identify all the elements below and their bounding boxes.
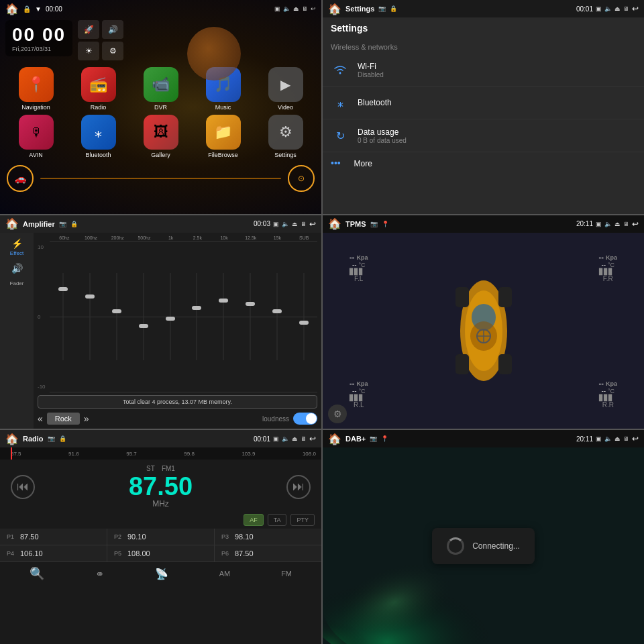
freq-bar: 87.5 91.6 95.7 99.8 103.9 108.0 bbox=[0, 447, 321, 460]
eq-band-6[interactable] bbox=[210, 273, 237, 360]
settings-back-icon[interactable]: ↩ bbox=[632, 4, 639, 13]
file-label: FileBrowse bbox=[208, 152, 238, 158]
dab-connecting-dialog: Connecting... bbox=[432, 528, 535, 564]
dab-back-icon[interactable]: ↩ bbox=[632, 434, 639, 443]
radio-options: AF TA PTY bbox=[0, 514, 321, 529]
next-station-btn[interactable]: ⏭ bbox=[286, 475, 311, 499]
panel-dab: 🏠 DAB+ 📷 📍 20:11 ▣ 🔈 ⏏ 🖥 ↩ bbox=[323, 430, 644, 644]
volume-btn[interactable]: 🔊 bbox=[11, 263, 23, 274]
eq-band-2[interactable] bbox=[103, 273, 130, 360]
vol-ctrl-btn[interactable]: 🔊 bbox=[102, 20, 123, 39]
settings-bluetooth[interactable]: ⁎ Bluetooth bbox=[323, 87, 644, 119]
avin-label: AVIN bbox=[29, 152, 42, 158]
settings-app-icon: ⚙ bbox=[268, 115, 303, 150]
settings-vol-icon: 🔈 bbox=[604, 5, 612, 12]
link-btn[interactable]: ⚭ bbox=[95, 568, 104, 580]
more-item[interactable]: ••• More bbox=[323, 152, 644, 174]
wifi-icon bbox=[331, 60, 350, 79]
app-video[interactable]: ▶ Video bbox=[256, 67, 315, 111]
eq-band-1[interactable] bbox=[76, 273, 103, 360]
data-text: Data usage 0 B of data used bbox=[358, 127, 407, 144]
eq-band-3[interactable] bbox=[130, 273, 157, 360]
eq-band-9[interactable] bbox=[290, 273, 317, 360]
app-navigation[interactable]: 📍 Navigation bbox=[7, 67, 65, 111]
eq-band-8[interactable] bbox=[264, 273, 290, 360]
fader-btn[interactable]: Fader bbox=[10, 280, 24, 286]
video-app-icon: ▶ bbox=[268, 67, 303, 102]
settings-eject-icon: ⏏ bbox=[614, 5, 621, 12]
freq-display: ST FM1 87.50 MHz bbox=[129, 465, 193, 508]
rocket-btn[interactable]: 🚀 bbox=[78, 20, 99, 39]
loudness-toggle[interactable] bbox=[293, 413, 317, 425]
app-filebrowse[interactable]: 📁 FileBrowse bbox=[194, 115, 252, 158]
panel-radio: 🏠 Radio 📷 🔒 00:01 ▣ 🔈 ⏏ 🖥 ↩ 87.5 91.6 95… bbox=[0, 430, 321, 644]
eq-band-7[interactable] bbox=[237, 273, 264, 360]
brightness-btn[interactable]: ☀ bbox=[78, 42, 99, 60]
am-btn[interactable]: AM bbox=[219, 570, 231, 578]
app-settings[interactable]: ⚙ Settings bbox=[256, 115, 315, 158]
ta-btn[interactable]: TA bbox=[268, 514, 287, 526]
amp-screen-title: Amplifier bbox=[23, 220, 55, 228]
app-dvr[interactable]: 📹 DVR bbox=[131, 67, 190, 111]
pty-btn[interactable]: PTY bbox=[290, 514, 315, 526]
data-icon: ↻ bbox=[331, 126, 350, 145]
eq-band-0[interactable] bbox=[50, 273, 76, 360]
radio-back-icon[interactable]: ↩ bbox=[309, 434, 316, 443]
equalizer-btn[interactable]: ⚙ bbox=[102, 42, 123, 60]
back-icon[interactable]: ↩ bbox=[311, 5, 316, 12]
amp-home-icon[interactable]: 🏠 bbox=[5, 217, 19, 230]
preset-p4[interactable]: P4 106.10 bbox=[0, 545, 107, 561]
eq-band-4[interactable] bbox=[157, 273, 184, 360]
settings-home-icon[interactable]: 🏠 bbox=[328, 3, 341, 15]
fm-btn[interactable]: FM bbox=[281, 570, 292, 578]
dab-time: 20:11 bbox=[576, 435, 593, 443]
af-btn[interactable]: AF bbox=[244, 514, 264, 526]
prev-preset-btn[interactable]: « bbox=[38, 413, 43, 424]
tpms-status-bar: 🏠 TPMS 📷 📍 20:11 ▣ 🔈 ⏏ 🖥 ↩ bbox=[323, 215, 644, 233]
eject-icon: ⏏ bbox=[293, 5, 299, 12]
car-btn[interactable]: 🚗 bbox=[7, 165, 34, 192]
tpms-home-icon[interactable]: 🏠 bbox=[328, 217, 341, 230]
svg-rect-8 bbox=[498, 354, 512, 374]
bt-text: Bluetooth bbox=[358, 98, 392, 107]
effect-btn[interactable]: ⚡ Effect bbox=[10, 238, 23, 256]
amp-time: 00:03 bbox=[254, 220, 270, 227]
app-radio[interactable]: 📻 Radio bbox=[69, 67, 127, 111]
radio-home-icon[interactable]: 🏠 bbox=[5, 433, 19, 445]
dab-home-icon[interactable]: 🏠 bbox=[328, 433, 341, 445]
dab-body: Connecting... bbox=[323, 447, 644, 644]
app-gallery[interactable]: 🖼 Gallery bbox=[131, 115, 190, 158]
preset-p1[interactable]: P1 87.50 bbox=[0, 529, 107, 545]
search-btn[interactable]: 🔍 bbox=[30, 566, 44, 581]
radio-time: 00:01 bbox=[254, 435, 270, 443]
preset-p6[interactable]: P6 87.50 bbox=[215, 545, 321, 561]
amp-status-bar: 🏠 Amplifier 📷 🔒 00:03 ▣ 🔈 ⏏ 🖥 ↩ bbox=[0, 215, 321, 233]
bluetooth-icon: ⁎ bbox=[331, 93, 350, 112]
wifi-text: Wi-Fi Disabled bbox=[358, 62, 384, 78]
eq-band-5[interactable] bbox=[184, 273, 211, 360]
music-label: Music bbox=[215, 104, 231, 111]
amp-back-icon[interactable]: ↩ bbox=[309, 219, 316, 229]
prev-station-btn[interactable]: ⏮ bbox=[11, 475, 35, 499]
settings-screen-icon: ▣ bbox=[596, 5, 602, 12]
video-label: Video bbox=[278, 104, 293, 111]
next-preset-btn[interactable]: » bbox=[84, 413, 89, 424]
home-status-bar: 🏠 🔒 ▼ 00:00 ▣ 🔈 ⏏ 🖥 ↩ bbox=[0, 0, 321, 17]
settings-data-usage[interactable]: ↻ Data usage 0 B of data used bbox=[323, 119, 644, 152]
antenna-btn[interactable]: 📡 bbox=[155, 568, 168, 580]
preset-p5[interactable]: P5 108.00 bbox=[107, 545, 214, 561]
car-illustration bbox=[443, 264, 524, 398]
home-icon[interactable]: 🏠 bbox=[5, 3, 19, 15]
app-avin[interactable]: 🎙 AVIN bbox=[7, 115, 65, 158]
tpms-back-icon[interactable]: ↩ bbox=[632, 219, 639, 229]
app-bluetooth[interactable]: ⁎ Bluetooth bbox=[69, 115, 127, 158]
loudness-label: loudness bbox=[262, 415, 289, 423]
tpms-settings-btn[interactable]: ⚙ bbox=[328, 405, 347, 423]
settings-wifi[interactable]: Wi-Fi Disabled bbox=[323, 54, 644, 87]
menu-btn[interactable]: ⊙ bbox=[288, 165, 315, 192]
settings-label: Settings bbox=[274, 152, 297, 158]
preset-p2[interactable]: P2 90.10 bbox=[107, 529, 214, 545]
preset-p3[interactable]: P3 98.10 bbox=[215, 529, 321, 545]
bt-name: Bluetooth bbox=[358, 98, 392, 107]
st-label: ST bbox=[146, 465, 155, 472]
